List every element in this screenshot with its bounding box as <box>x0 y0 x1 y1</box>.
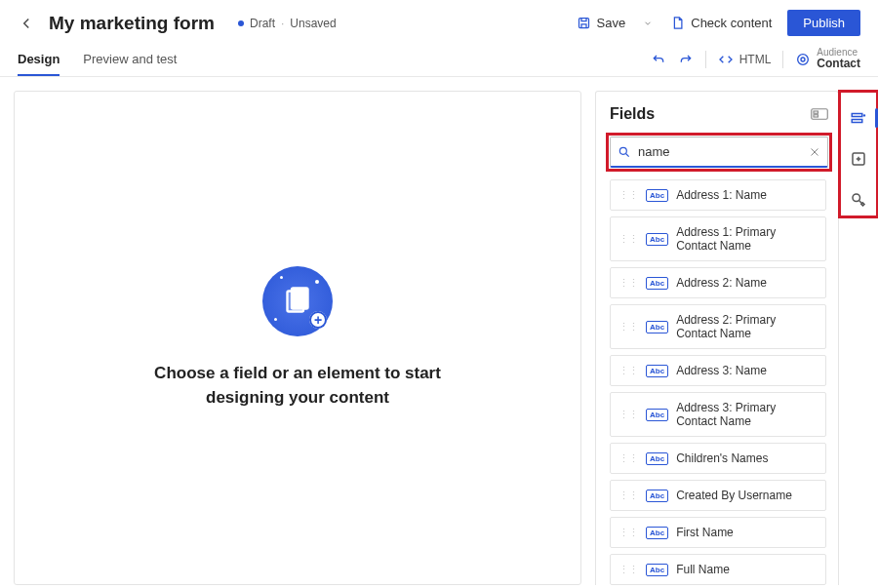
publish-button[interactable]: Publish <box>787 10 860 36</box>
text-type-badge: Abc <box>646 409 668 421</box>
field-item-label: Address 2: Primary Contact Name <box>676 313 818 340</box>
form-layout-icon[interactable] <box>811 108 828 120</box>
text-type-badge: Abc <box>646 233 668 246</box>
field-item[interactable]: ⋮⋮AbcAddress 1: Primary Contact Name <box>610 216 826 261</box>
drag-handle-icon[interactable]: ⋮⋮ <box>619 492 638 498</box>
save-dropdown-chevron-icon[interactable] <box>641 14 655 33</box>
field-item[interactable]: ⋮⋮AbcAddress 2: Primary Contact Name <box>610 304 826 349</box>
drag-handle-icon[interactable]: ⋮⋮ <box>619 368 638 373</box>
check-content-button[interactable]: Check content <box>664 11 778 35</box>
text-type-badge: Abc <box>646 365 668 377</box>
field-item[interactable]: ⋮⋮AbcAddress 3: Name <box>610 355 826 386</box>
field-item[interactable]: ⋮⋮AbcAddress 2: Name <box>610 267 826 298</box>
drag-handle-icon[interactable]: ⋮⋮ <box>619 236 638 242</box>
text-type-badge: Abc <box>646 564 668 576</box>
rail-settings-icon[interactable] <box>847 188 870 212</box>
drag-handle-icon[interactable]: ⋮⋮ <box>619 324 638 330</box>
status-dot <box>238 20 244 26</box>
save-state-label: Unsaved <box>290 17 336 30</box>
code-icon <box>718 52 734 67</box>
field-item-label: Address 3: Primary Contact Name <box>676 401 818 428</box>
svg-point-12 <box>853 194 860 202</box>
field-item-label: First Name <box>676 526 734 539</box>
rail-fields-icon[interactable] <box>847 106 870 130</box>
svg-rect-6 <box>814 111 818 113</box>
target-icon <box>795 52 811 67</box>
text-type-badge: Abc <box>646 277 668 290</box>
back-arrow-icon[interactable] <box>18 15 35 32</box>
toolbar-divider <box>705 51 706 68</box>
save-label: Save <box>597 16 626 30</box>
redo-icon[interactable] <box>678 52 694 67</box>
svg-rect-10 <box>852 120 862 123</box>
field-item-label: Address 1: Primary Contact Name <box>676 225 818 253</box>
page-title: My marketing form <box>49 13 215 34</box>
field-item-label: Address 2: Name <box>676 276 767 290</box>
field-item[interactable]: ⋮⋮AbcFull Name <box>610 554 826 585</box>
html-button[interactable]: HTML <box>718 52 772 67</box>
drag-handle-icon[interactable]: ⋮⋮ <box>619 412 638 417</box>
toolbar-divider <box>782 51 783 68</box>
svg-rect-5 <box>812 109 828 120</box>
design-canvas[interactable]: + Choose a field or an element to start … <box>14 91 581 585</box>
text-type-badge: Abc <box>646 527 668 539</box>
svg-point-1 <box>798 54 809 64</box>
field-item-label: Address 3: Name <box>676 364 767 377</box>
undo-icon[interactable] <box>651 52 666 67</box>
drag-handle-icon[interactable]: ⋮⋮ <box>619 455 638 461</box>
fields-panel: Fields ⋮⋮AbcAddress 1: Name⋮⋮AbcAddress … <box>595 91 839 585</box>
plus-icon: + <box>309 311 327 329</box>
field-item-label: Children's Names <box>676 451 768 465</box>
clear-search-icon[interactable] <box>809 146 820 158</box>
check-content-label: Check content <box>691 16 772 30</box>
empty-state-title: Choose a field or an element to start de… <box>154 362 441 410</box>
html-label: HTML <box>739 53 772 66</box>
svg-point-8 <box>619 147 626 154</box>
field-item[interactable]: ⋮⋮AbcFirst Name <box>610 517 826 548</box>
svg-rect-4 <box>292 288 308 308</box>
audience-value: Contact <box>817 58 860 70</box>
fields-panel-title: Fields <box>610 105 655 123</box>
drag-handle-icon[interactable]: ⋮⋮ <box>619 192 638 198</box>
field-item-label: Created By Username <box>676 489 792 502</box>
status-label: Draft <box>250 17 275 30</box>
text-type-badge: Abc <box>646 452 668 465</box>
drag-handle-icon[interactable]: ⋮⋮ <box>619 529 638 535</box>
svg-rect-9 <box>852 114 862 117</box>
field-item-label: Full Name <box>676 563 730 576</box>
drag-handle-icon[interactable]: ⋮⋮ <box>619 280 638 286</box>
field-item[interactable]: ⋮⋮AbcChildren's Names <box>610 443 826 474</box>
text-type-badge: Abc <box>646 321 668 333</box>
rail-elements-icon[interactable] <box>847 147 870 171</box>
audience-selector[interactable]: Audience Contact <box>795 48 860 70</box>
text-type-badge: Abc <box>646 189 668 202</box>
svg-rect-7 <box>814 115 818 117</box>
save-icon <box>577 16 591 30</box>
save-button[interactable]: Save <box>571 11 632 35</box>
field-item[interactable]: ⋮⋮AbcAddress 3: Primary Contact Name <box>610 392 826 437</box>
field-item[interactable]: ⋮⋮AbcCreated By Username <box>610 480 826 511</box>
fields-search-input[interactable] <box>610 137 828 168</box>
document-icon <box>670 16 685 30</box>
svg-point-2 <box>801 58 805 61</box>
text-type-badge: Abc <box>646 490 668 502</box>
status-separator: · <box>281 17 284 30</box>
tab-design[interactable]: Design <box>18 42 60 76</box>
tab-preview[interactable]: Preview and test <box>83 42 177 76</box>
empty-state-icon: + <box>262 266 333 336</box>
field-item-label: Address 1: Name <box>676 188 767 202</box>
drag-handle-icon[interactable]: ⋮⋮ <box>619 567 638 572</box>
field-item[interactable]: ⋮⋮AbcAddress 1: Name <box>610 179 826 211</box>
search-icon <box>618 145 631 159</box>
side-rail <box>839 91 878 217</box>
svg-rect-0 <box>579 19 588 28</box>
